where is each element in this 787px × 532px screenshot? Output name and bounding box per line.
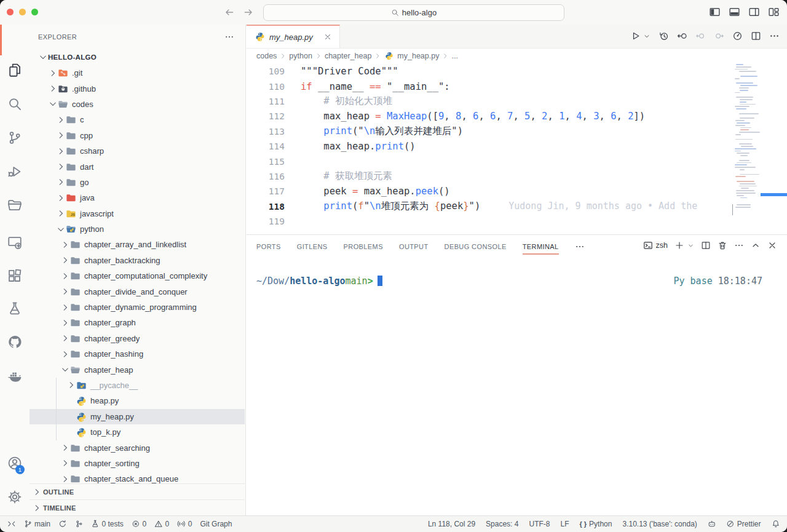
layout-left-icon[interactable]	[709, 6, 721, 18]
run-icon[interactable]	[630, 31, 641, 41]
line-number[interactable]: 112	[247, 111, 285, 121]
activity-bar-item-accounts[interactable]: 1	[0, 451, 30, 475]
activity-bar-item-search[interactable]	[0, 92, 30, 116]
code-line-119[interactable]: 119	[247, 214, 787, 229]
tree-item-chapter-heap[interactable]: chapter_heap	[30, 362, 245, 377]
zoom-window-button[interactable]	[31, 9, 38, 15]
tree-item-codes[interactable]: codes	[30, 97, 245, 112]
breadcrumb-item[interactable]: codes	[256, 52, 277, 60]
sidebar-section-outline[interactable]: OUTLINE	[30, 483, 245, 499]
code-line-118[interactable]: 118 print(f"\n堆顶元素为 {peek}")Yudong Jin, …	[247, 199, 787, 214]
tree-item-chapter-dynamic-programming[interactable]: chapter_dynamic_programming	[30, 300, 245, 315]
layout-grid-icon[interactable]	[768, 6, 780, 18]
tree-item-go[interactable]: go	[30, 175, 245, 190]
line-number[interactable]: 110	[247, 82, 285, 92]
split-editor-icon[interactable]	[751, 31, 761, 41]
activity-bar-item-docker[interactable]	[0, 363, 30, 388]
minimize-window-button[interactable]	[19, 9, 26, 15]
breadcrumb-item[interactable]: my_heap.py	[397, 52, 439, 60]
panel-tab-ports[interactable]: PORTS	[256, 235, 281, 258]
line-number[interactable]: 116	[247, 172, 285, 181]
terminal-shell-selector[interactable]: zsh	[643, 240, 668, 250]
panel-tab-problems[interactable]: PROBLEMS	[344, 235, 383, 258]
layout-right-icon[interactable]	[748, 6, 760, 18]
status-copilot[interactable]	[708, 520, 716, 528]
breadcrumb-item[interactable]: python	[289, 52, 312, 60]
activity-bar-item-file-folders[interactable]	[0, 193, 30, 218]
tree-item-heap-py[interactable]: heap.py	[30, 393, 245, 408]
activity-bar-item-remote-explorer[interactable]	[0, 230, 30, 255]
status-prettier[interactable]: Prettier	[726, 520, 761, 528]
status-remote-indicator[interactable]	[7, 520, 16, 528]
status-0[interactable]: 0	[132, 520, 146, 528]
line-number[interactable]: 119	[247, 216, 285, 226]
history-icon[interactable]	[658, 31, 669, 41]
tree-item-cpp[interactable]: cpp	[30, 128, 245, 143]
tree-item--github[interactable]: .github	[30, 81, 245, 96]
more-icon[interactable]	[575, 242, 585, 252]
terminal-dropdown-icon[interactable]	[687, 242, 694, 249]
code-line-109[interactable]: 109"""Driver Code"""	[247, 64, 787, 79]
status-git-graph[interactable]	[75, 520, 84, 528]
tree-item-java[interactable]: java	[30, 190, 245, 205]
status-bell[interactable]	[772, 520, 780, 528]
code-editor[interactable]: 109"""Driver Code"""110if __name__ == "_…	[247, 64, 787, 234]
tree-item-python[interactable]: python	[30, 221, 245, 237]
status-lf[interactable]: LF	[560, 520, 569, 528]
activity-bar-item-github[interactable]	[0, 330, 30, 354]
tree-item-chapter-graph[interactable]: chapter_graph	[30, 315, 245, 330]
activity-bar-item-source-control[interactable]	[0, 125, 30, 150]
breadcrumb-item[interactable]: chapter_heap	[325, 52, 371, 60]
line-number[interactable]: 114	[247, 141, 285, 151]
maximize-panel-icon[interactable]	[751, 240, 761, 250]
tree-item-chapter-array-and-linkedlist[interactable]: chapter_array_and_linkedlist	[30, 237, 245, 252]
tree-item-chapter-searching[interactable]: chapter_searching	[30, 440, 245, 455]
close-window-button[interactable]	[7, 9, 14, 15]
status-spaces-4[interactable]: Spaces: 4	[486, 520, 518, 528]
tree-item-dart[interactable]: dart	[30, 159, 245, 174]
go-forward-icon[interactable]	[243, 7, 254, 18]
panel-tab-gitlens[interactable]: GITLENS	[297, 235, 328, 258]
code-line-112[interactable]: 112 max_heap = MaxHeap([9, 8, 6, 6, 7, 5…	[247, 109, 787, 124]
tree-item-chapter-backtracking[interactable]: chapter_backtracking	[30, 253, 245, 268]
tree-item-csharp[interactable]: csharp	[30, 143, 245, 159]
tree-item-chapter-divide-and-conquer[interactable]: chapter_divide_and_conquer	[30, 284, 245, 299]
chev-down-icon[interactable]	[643, 33, 651, 40]
tree-item-top-k-py[interactable]: top_k.py	[30, 424, 245, 440]
tree-item-chapter-computational-complexity[interactable]: chapter_computational_complexity	[30, 268, 245, 284]
status-main[interactable]: main	[24, 520, 51, 528]
breadcrumb-item[interactable]: ...	[451, 52, 457, 60]
code-line-116[interactable]: 116 # 获取堆顶元素	[247, 169, 787, 184]
activity-bar-item-settings[interactable]	[0, 485, 30, 509]
line-number[interactable]: 118	[247, 202, 285, 212]
activity-bar-item-explorer[interactable]	[0, 58, 30, 82]
code-line-110[interactable]: 110if __name__ == "__main__":	[247, 79, 787, 93]
line-number[interactable]: 115	[247, 157, 285, 167]
line-number[interactable]: 111	[247, 97, 285, 106]
status-0-tests[interactable]: 0 tests	[91, 520, 124, 528]
code-line-114[interactable]: 114 max_heap.print()	[247, 139, 787, 154]
activity-bar-item-extensions[interactable]	[0, 263, 30, 288]
tree-item-chapter-hashing[interactable]: chapter_hashing	[30, 346, 245, 362]
close-panel-icon[interactable]	[767, 240, 777, 250]
line-number[interactable]: 113	[247, 127, 285, 137]
line-number[interactable]: 109	[247, 66, 285, 76]
panel-tab-output[interactable]: OUTPUT	[399, 235, 429, 258]
code-line-115[interactable]: 115	[247, 154, 787, 169]
status-0[interactable]: 0	[177, 520, 192, 528]
terminal[interactable]: ~/Dow/hello-algo main >Py base 18:18:47	[256, 276, 777, 287]
activity-bar-item-run-and-debug[interactable]	[0, 159, 30, 184]
run-marker-icon[interactable]	[732, 31, 743, 41]
line-number[interactable]: 117	[247, 186, 285, 196]
kill-terminal-icon[interactable]	[718, 240, 727, 250]
code-line-113[interactable]: 113 print("\n输入列表并建堆后")	[247, 124, 787, 139]
status-sync[interactable]	[58, 520, 67, 528]
tree-item-hello-algo[interactable]: HELLO-ALGO	[30, 50, 245, 65]
sidebar-section-timeline[interactable]: TIMELINE	[30, 499, 245, 515]
panel-tab-debug-console[interactable]: DEBUG CONSOLE	[445, 235, 507, 258]
close-tab-icon[interactable]	[323, 33, 332, 41]
status-python[interactable]: { }Python	[579, 520, 612, 528]
command-center-search[interactable]: hello-algo	[263, 4, 564, 21]
tree-item-c[interactable]: c	[30, 112, 245, 127]
more-actions-icon[interactable]	[224, 32, 234, 42]
